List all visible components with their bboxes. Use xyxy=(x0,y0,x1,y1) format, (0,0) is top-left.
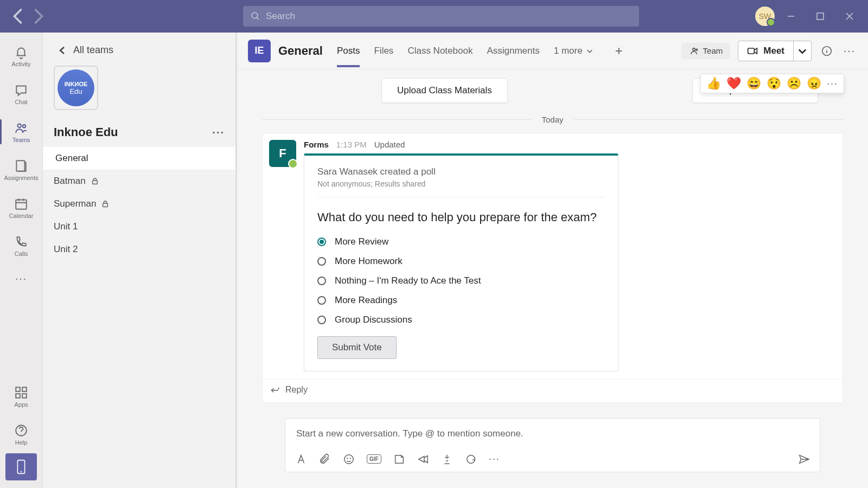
meet-button[interactable]: Meet xyxy=(738,41,812,61)
poll-option-1[interactable]: More Homework xyxy=(317,256,605,267)
reaction-angry[interactable]: 😠 xyxy=(807,76,821,91)
meet-dropdown[interactable] xyxy=(794,41,811,61)
team-more-button[interactable]: ··· xyxy=(212,126,225,139)
radio-icon xyxy=(317,257,326,266)
svg-rect-1 xyxy=(817,13,824,20)
svg-point-20 xyxy=(347,458,348,458)
svg-point-15 xyxy=(692,48,695,50)
rail-calendar-label: Calendar xyxy=(9,213,34,219)
svg-point-2 xyxy=(18,124,22,127)
reaction-surprised[interactable]: 😯 xyxy=(767,76,781,91)
poll-option-label: Group Discussions xyxy=(335,314,412,325)
rail-chat-label: Chat xyxy=(15,99,27,105)
lock-icon xyxy=(91,177,99,185)
tab-assignments[interactable]: Assignments xyxy=(487,35,539,67)
reply-label: Reply xyxy=(285,385,308,395)
rail-activity[interactable]: Activity xyxy=(0,37,42,75)
attach-icon[interactable] xyxy=(319,453,331,465)
forward-button[interactable] xyxy=(28,7,48,26)
sidebar: All teams INKИOE Edu Inknoe Edu ··· Gene… xyxy=(43,33,237,488)
rail-teams[interactable]: Teams xyxy=(0,113,42,151)
reaction-heart[interactable]: ❤️ xyxy=(726,76,741,91)
search-input[interactable] xyxy=(266,11,631,22)
content-area: IE General Posts Files Class Notebook As… xyxy=(237,33,868,488)
gif-icon[interactable]: GIF xyxy=(367,454,381,464)
user-avatar[interactable]: SW xyxy=(755,7,775,26)
rail-apps[interactable]: Apps xyxy=(0,377,42,415)
rail-more[interactable]: ··· xyxy=(0,265,42,292)
meetnow-icon[interactable] xyxy=(417,453,429,465)
poll-option-3[interactable]: More Readings xyxy=(317,295,605,306)
tab-more[interactable]: 1 more xyxy=(554,46,593,56)
rail-chat[interactable]: Chat xyxy=(0,75,42,113)
rail-help[interactable]: Help xyxy=(0,415,42,453)
channel-batman[interactable]: Batman xyxy=(43,170,235,192)
chevron-down-icon xyxy=(586,47,593,55)
rail-calendar[interactable]: Calendar xyxy=(0,189,42,227)
video-icon xyxy=(747,46,758,56)
tab-more-label: 1 more xyxy=(554,46,583,56)
add-tab-button[interactable]: + xyxy=(615,43,623,59)
channel-superman[interactable]: Superman xyxy=(43,192,235,215)
tab-posts[interactable]: Posts xyxy=(337,35,360,67)
header-more-button[interactable]: ··· xyxy=(842,44,857,57)
reaction-sad[interactable]: ☹️ xyxy=(787,76,801,91)
upload-materials-button[interactable]: Upload Class Materials xyxy=(381,78,508,103)
emoji-icon[interactable] xyxy=(343,453,355,465)
submit-vote-button[interactable]: Submit Vote xyxy=(317,336,397,359)
radio-icon xyxy=(317,296,326,305)
channel-unit2[interactable]: Unit 2 xyxy=(43,238,235,261)
bell-icon xyxy=(14,45,28,59)
send-button[interactable] xyxy=(798,453,810,465)
close-button[interactable] xyxy=(843,12,856,20)
team-logo-bottom: Edu xyxy=(69,87,82,95)
loop-icon[interactable] xyxy=(465,453,477,465)
app-rail: Activity Chat Teams Assignments Calendar… xyxy=(0,33,43,488)
compose-box[interactable]: Start a new conversation. Type @ to ment… xyxy=(285,418,820,472)
minimize-button[interactable] xyxy=(784,12,797,20)
channel-title: General xyxy=(278,44,323,58)
compose-placeholder[interactable]: Start a new conversation. Type @ to ment… xyxy=(285,419,820,450)
tab-class-notebook[interactable]: Class Notebook xyxy=(407,35,473,67)
channel-label: Unit 1 xyxy=(54,221,78,232)
reaction-thumbsup[interactable]: 👍 xyxy=(706,76,721,91)
svg-rect-9 xyxy=(22,394,27,398)
reply-icon xyxy=(270,385,280,395)
sticker-icon[interactable] xyxy=(393,453,405,465)
info-button[interactable] xyxy=(819,45,834,57)
team-avatar[interactable]: INKИOE Edu xyxy=(54,66,98,110)
date-separator: Today xyxy=(262,115,843,124)
titlebar: SW xyxy=(0,0,868,33)
maximize-button[interactable] xyxy=(814,12,827,20)
poll-option-label: More Homework xyxy=(335,256,403,267)
rail-calls[interactable]: Calls xyxy=(0,227,42,265)
post-updated: Updated xyxy=(374,140,405,149)
rail-mobile[interactable] xyxy=(5,453,37,480)
poll-option-0[interactable]: More Review xyxy=(317,236,605,247)
teams-icon xyxy=(14,121,28,135)
info-icon xyxy=(821,45,833,57)
reaction-more[interactable]: ··· xyxy=(827,78,838,89)
rail-activity-label: Activity xyxy=(12,61,31,67)
tab-files[interactable]: Files xyxy=(374,35,393,67)
channel-unit1[interactable]: Unit 1 xyxy=(43,215,235,238)
post-time: 1:13 PM xyxy=(336,140,367,149)
channel-general[interactable]: General xyxy=(43,147,235,170)
post-author: Forms xyxy=(304,140,329,149)
rail-assignments[interactable]: Assignments xyxy=(0,151,42,189)
reaction-laugh[interactable]: 😄 xyxy=(746,76,761,91)
forms-avatar: F xyxy=(269,140,296,167)
poll-option-4[interactable]: Group Discussions xyxy=(317,314,605,325)
compose-more[interactable]: ··· xyxy=(489,453,500,465)
back-button[interactable] xyxy=(9,7,28,26)
team-button[interactable]: Team xyxy=(681,43,731,59)
format-icon[interactable] xyxy=(295,453,307,465)
all-teams-button[interactable]: All teams xyxy=(43,40,235,66)
search-box[interactable] xyxy=(243,6,639,27)
poll-option-2[interactable]: Nothing – I'm Ready to Ace the Test xyxy=(317,275,605,286)
stream-icon[interactable] xyxy=(441,453,453,465)
calendar-icon xyxy=(14,197,28,211)
poll-creator: Sara Wanasek created a poll xyxy=(317,166,605,177)
svg-point-0 xyxy=(252,12,258,18)
reply-button[interactable]: Reply xyxy=(263,379,843,402)
